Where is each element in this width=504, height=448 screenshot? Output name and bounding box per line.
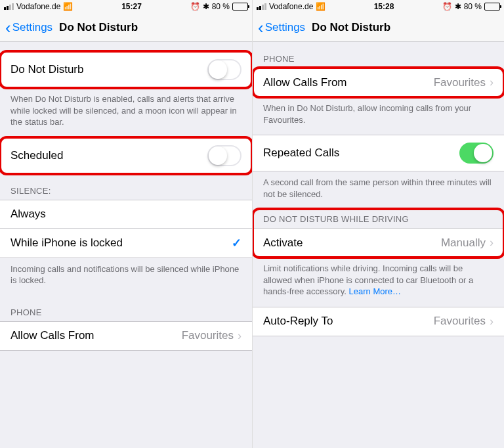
activate-row[interactable]: Activate Manually › bbox=[253, 228, 504, 258]
back-button[interactable]: Settings bbox=[265, 21, 305, 34]
driving-header: DO NOT DISTURB WHILE DRIVING bbox=[253, 209, 504, 228]
silence-always-label: Always bbox=[10, 208, 242, 221]
battery-icon bbox=[484, 3, 500, 11]
repeated-calls-toggle[interactable] bbox=[459, 143, 494, 164]
silence-option-locked[interactable]: While iPhone is locked ✓ bbox=[0, 229, 252, 258]
back-button[interactable]: Settings bbox=[12, 21, 52, 34]
page-title: Do Not Disturb bbox=[59, 21, 138, 34]
bluetooth-icon: ✱ bbox=[455, 2, 461, 11]
silence-locked-label: While iPhone is locked bbox=[10, 236, 232, 250]
silence-option-always[interactable]: Always bbox=[0, 200, 252, 229]
status-time: 15:28 bbox=[374, 2, 394, 11]
status-bar: Vodafone.de 📶 15:27 ⏰ ✱ 80 % bbox=[0, 0, 252, 13]
allow-calls-label: Allow Calls From bbox=[263, 76, 434, 89]
chevron-right-icon: › bbox=[490, 236, 494, 250]
activate-value: Manually bbox=[441, 236, 486, 250]
carrier-label: Vodafone.de bbox=[269, 2, 313, 11]
nav-bar: ‹ Settings Do Not Disturb bbox=[0, 13, 252, 42]
allow-calls-value: Favourites bbox=[434, 76, 486, 89]
battery-icon bbox=[232, 3, 248, 11]
allow-calls-value: Favourites bbox=[182, 329, 234, 342]
silence-footer: Incoming calls and notifications will be… bbox=[0, 258, 252, 296]
battery-pct: 80 % bbox=[464, 2, 482, 11]
battery-pct: 80 % bbox=[212, 2, 230, 11]
nav-bar: ‹ Settings Do Not Disturb bbox=[253, 13, 504, 42]
back-chevron-icon[interactable]: ‹ bbox=[5, 19, 11, 36]
status-bar: Vodafone.de 📶 15:28 ⏰ ✱ 80 % bbox=[253, 0, 504, 13]
allow-calls-row[interactable]: Allow Calls From Favourites › bbox=[253, 68, 504, 97]
allow-calls-label: Allow Calls From bbox=[10, 329, 182, 342]
scheduled-toggle[interactable] bbox=[207, 145, 242, 166]
auto-reply-row[interactable]: Auto-Reply To Favourites › bbox=[253, 307, 504, 336]
phone-header-left: PHONE bbox=[0, 296, 252, 321]
repeated-calls-row[interactable]: Repeated Calls bbox=[253, 135, 504, 171]
driving-footer: Limit notifications while driving. Incom… bbox=[253, 258, 504, 307]
allow-calls-footer: When in Do Not Disturb, allow incoming c… bbox=[253, 97, 504, 135]
dnd-row[interactable]: Do Not Disturb bbox=[0, 51, 252, 88]
chevron-right-icon: › bbox=[490, 315, 494, 328]
wifi-icon: 📶 bbox=[316, 2, 326, 11]
bluetooth-icon: ✱ bbox=[203, 2, 209, 11]
signal-icon bbox=[257, 3, 266, 10]
phone-left: Vodafone.de 📶 15:27 ⏰ ✱ 80 % ‹ Settings … bbox=[0, 0, 252, 448]
dnd-label: Do Not Disturb bbox=[10, 63, 207, 76]
back-chevron-icon[interactable]: ‹ bbox=[258, 19, 264, 36]
phone-header-right: PHONE bbox=[253, 42, 504, 68]
status-time: 15:27 bbox=[121, 2, 142, 11]
signal-icon bbox=[4, 3, 14, 10]
allow-calls-row-left[interactable]: Allow Calls From Favourites › bbox=[0, 321, 252, 351]
repeated-footer: A second call from the same person withi… bbox=[253, 171, 504, 209]
scheduled-row[interactable]: Scheduled bbox=[0, 137, 252, 174]
checkmark-icon: ✓ bbox=[232, 236, 242, 250]
chevron-right-icon: › bbox=[490, 76, 494, 89]
learn-more-link[interactable]: Learn More… bbox=[349, 286, 401, 296]
carrier-label: Vodafone.de bbox=[16, 2, 60, 11]
chevron-right-icon: › bbox=[238, 329, 242, 343]
activate-label: Activate bbox=[263, 236, 441, 250]
auto-reply-label: Auto-Reply To bbox=[263, 315, 434, 328]
page-title: Do Not Disturb bbox=[312, 21, 390, 34]
phone-right: Vodafone.de 📶 15:28 ⏰ ✱ 80 % ‹ Settings … bbox=[252, 0, 504, 448]
scheduled-label: Scheduled bbox=[10, 149, 207, 162]
repeated-calls-label: Repeated Calls bbox=[263, 146, 459, 160]
dnd-toggle[interactable] bbox=[207, 59, 242, 80]
silence-header: SILENCE: bbox=[0, 174, 252, 200]
alarm-icon: ⏰ bbox=[190, 2, 200, 11]
alarm-icon: ⏰ bbox=[442, 2, 452, 11]
wifi-icon: 📶 bbox=[63, 2, 73, 11]
dnd-footer: When Do Not Disturb is enabled, calls an… bbox=[0, 88, 252, 137]
auto-reply-value: Favourites bbox=[434, 315, 486, 328]
